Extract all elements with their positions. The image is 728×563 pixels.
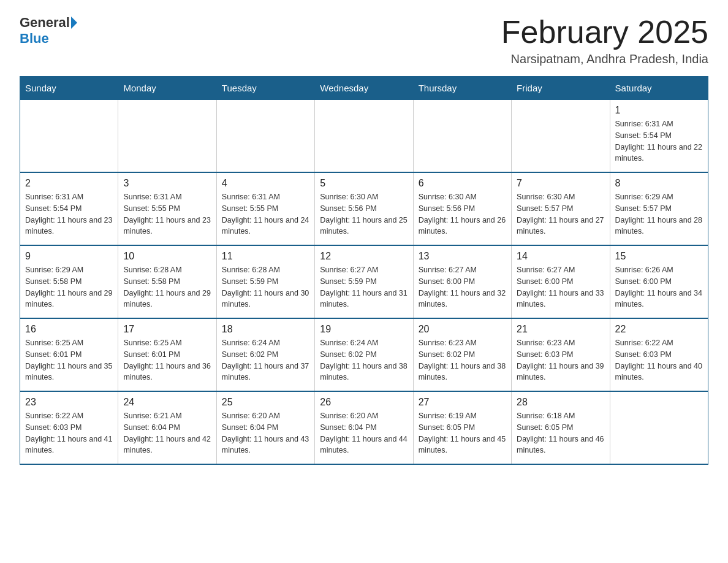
calendar-cell: 4Sunrise: 6:31 AMSunset: 5:55 PMDaylight…	[216, 172, 314, 245]
day-number: 8	[615, 178, 703, 189]
location-subtitle: Narsipatnam, Andhra Pradesh, India	[501, 52, 708, 66]
day-number: 4	[222, 178, 309, 189]
calendar-week-3: 16Sunrise: 6:25 AMSunset: 6:01 PMDayligh…	[20, 318, 708, 391]
calendar-cell	[315, 100, 413, 173]
day-number: 27	[419, 397, 506, 408]
calendar-cell: 2Sunrise: 6:31 AMSunset: 5:54 PMDaylight…	[20, 172, 118, 245]
month-title: February 2025	[501, 15, 708, 50]
day-header-sunday: Sunday	[20, 77, 118, 100]
day-info: Sunrise: 6:24 AMSunset: 6:02 PMDaylight:…	[320, 337, 408, 383]
day-number: 21	[517, 324, 604, 335]
calendar-cell: 15Sunrise: 6:26 AMSunset: 6:00 PMDayligh…	[610, 245, 708, 318]
day-number: 14	[517, 251, 604, 262]
day-info: Sunrise: 6:24 AMSunset: 6:02 PMDaylight:…	[222, 337, 309, 383]
day-info: Sunrise: 6:28 AMSunset: 5:58 PMDaylight:…	[123, 264, 211, 310]
calendar-week-1: 2Sunrise: 6:31 AMSunset: 5:54 PMDaylight…	[20, 172, 708, 245]
day-number: 18	[222, 324, 309, 335]
day-number: 7	[517, 178, 604, 189]
calendar-cell: 20Sunrise: 6:23 AMSunset: 6:02 PMDayligh…	[413, 318, 511, 391]
calendar-cell: 7Sunrise: 6:30 AMSunset: 5:57 PMDaylight…	[512, 172, 610, 245]
day-info: Sunrise: 6:20 AMSunset: 6:04 PMDaylight:…	[222, 410, 309, 456]
day-info: Sunrise: 6:31 AMSunset: 5:55 PMDaylight:…	[123, 191, 211, 237]
day-header-saturday: Saturday	[610, 77, 708, 100]
calendar-cell: 21Sunrise: 6:23 AMSunset: 6:03 PMDayligh…	[512, 318, 610, 391]
day-info: Sunrise: 6:25 AMSunset: 6:01 PMDaylight:…	[123, 337, 211, 383]
day-number: 11	[222, 251, 309, 262]
day-info: Sunrise: 6:31 AMSunset: 5:54 PMDaylight:…	[25, 191, 113, 237]
day-number: 5	[320, 178, 408, 189]
day-number: 19	[320, 324, 408, 335]
calendar-cell: 28Sunrise: 6:18 AMSunset: 6:05 PMDayligh…	[512, 391, 610, 464]
calendar-cell: 19Sunrise: 6:24 AMSunset: 6:02 PMDayligh…	[315, 318, 413, 391]
day-number: 25	[222, 397, 309, 408]
day-header-row: SundayMondayTuesdayWednesdayThursdayFrid…	[20, 77, 708, 100]
day-number: 17	[123, 324, 211, 335]
calendar-cell: 3Sunrise: 6:31 AMSunset: 5:55 PMDaylight…	[118, 172, 216, 245]
calendar-table: SundayMondayTuesdayWednesdayThursdayFrid…	[20, 76, 708, 465]
title-block: February 2025 Narsipatnam, Andhra Prades…	[501, 15, 708, 66]
calendar-cell: 16Sunrise: 6:25 AMSunset: 6:01 PMDayligh…	[20, 318, 118, 391]
day-info: Sunrise: 6:30 AMSunset: 5:56 PMDaylight:…	[419, 191, 506, 237]
calendar-cell: 23Sunrise: 6:22 AMSunset: 6:03 PMDayligh…	[20, 391, 118, 464]
calendar-cell	[20, 100, 118, 173]
calendar-cell	[413, 100, 511, 173]
day-info: Sunrise: 6:20 AMSunset: 6:04 PMDaylight:…	[320, 410, 408, 456]
calendar-cell: 8Sunrise: 6:29 AMSunset: 5:57 PMDaylight…	[610, 172, 708, 245]
logo-arrow-icon	[71, 17, 77, 29]
day-header-monday: Monday	[118, 77, 216, 100]
day-info: Sunrise: 6:22 AMSunset: 6:03 PMDaylight:…	[615, 337, 703, 383]
logo-general-word: General	[20, 15, 70, 31]
calendar-header: SundayMondayTuesdayWednesdayThursdayFrid…	[20, 77, 708, 100]
day-header-friday: Friday	[512, 77, 610, 100]
day-info: Sunrise: 6:28 AMSunset: 5:59 PMDaylight:…	[222, 264, 309, 310]
calendar-week-4: 23Sunrise: 6:22 AMSunset: 6:03 PMDayligh…	[20, 391, 708, 464]
calendar-cell: 9Sunrise: 6:29 AMSunset: 5:58 PMDaylight…	[20, 245, 118, 318]
calendar-cell: 22Sunrise: 6:22 AMSunset: 6:03 PMDayligh…	[610, 318, 708, 391]
day-info: Sunrise: 6:26 AMSunset: 6:00 PMDaylight:…	[615, 264, 703, 310]
calendar-cell: 12Sunrise: 6:27 AMSunset: 5:59 PMDayligh…	[315, 245, 413, 318]
day-number: 13	[419, 251, 506, 262]
day-number: 2	[25, 178, 113, 189]
day-number: 23	[25, 397, 113, 408]
day-number: 26	[320, 397, 408, 408]
day-info: Sunrise: 6:23 AMSunset: 6:02 PMDaylight:…	[419, 337, 506, 383]
day-info: Sunrise: 6:27 AMSunset: 6:00 PMDaylight:…	[419, 264, 506, 310]
day-header-thursday: Thursday	[413, 77, 511, 100]
day-header-tuesday: Tuesday	[216, 77, 314, 100]
page-header: General Blue February 2025 Narsipatnam, …	[20, 15, 708, 66]
day-number: 1	[615, 105, 703, 116]
day-info: Sunrise: 6:18 AMSunset: 6:05 PMDaylight:…	[517, 410, 604, 456]
calendar-cell	[610, 391, 708, 464]
day-number: 24	[123, 397, 211, 408]
day-info: Sunrise: 6:29 AMSunset: 5:57 PMDaylight:…	[615, 191, 703, 237]
calendar-cell: 13Sunrise: 6:27 AMSunset: 6:00 PMDayligh…	[413, 245, 511, 318]
calendar-cell: 11Sunrise: 6:28 AMSunset: 5:59 PMDayligh…	[216, 245, 314, 318]
day-info: Sunrise: 6:21 AMSunset: 6:04 PMDaylight:…	[123, 410, 211, 456]
day-info: Sunrise: 6:29 AMSunset: 5:58 PMDaylight:…	[25, 264, 113, 310]
day-number: 12	[320, 251, 408, 262]
calendar-cell: 10Sunrise: 6:28 AMSunset: 5:58 PMDayligh…	[118, 245, 216, 318]
day-number: 10	[123, 251, 211, 262]
calendar-cell: 27Sunrise: 6:19 AMSunset: 6:05 PMDayligh…	[413, 391, 511, 464]
day-info: Sunrise: 6:22 AMSunset: 6:03 PMDaylight:…	[25, 410, 113, 456]
calendar-cell: 26Sunrise: 6:20 AMSunset: 6:04 PMDayligh…	[315, 391, 413, 464]
day-header-wednesday: Wednesday	[315, 77, 413, 100]
calendar-cell: 18Sunrise: 6:24 AMSunset: 6:02 PMDayligh…	[216, 318, 314, 391]
day-number: 22	[615, 324, 703, 335]
calendar-cell	[216, 100, 314, 173]
day-info: Sunrise: 6:30 AMSunset: 5:57 PMDaylight:…	[517, 191, 604, 237]
day-info: Sunrise: 6:23 AMSunset: 6:03 PMDaylight:…	[517, 337, 604, 383]
day-number: 15	[615, 251, 703, 262]
calendar-cell: 24Sunrise: 6:21 AMSunset: 6:04 PMDayligh…	[118, 391, 216, 464]
day-info: Sunrise: 6:27 AMSunset: 6:00 PMDaylight:…	[517, 264, 604, 310]
day-info: Sunrise: 6:27 AMSunset: 5:59 PMDaylight:…	[320, 264, 408, 310]
day-number: 20	[419, 324, 506, 335]
calendar-cell: 25Sunrise: 6:20 AMSunset: 6:04 PMDayligh…	[216, 391, 314, 464]
logo: General Blue	[20, 15, 77, 47]
day-info: Sunrise: 6:31 AMSunset: 5:55 PMDaylight:…	[222, 191, 309, 237]
calendar-cell	[512, 100, 610, 173]
day-info: Sunrise: 6:30 AMSunset: 5:56 PMDaylight:…	[320, 191, 408, 237]
day-info: Sunrise: 6:25 AMSunset: 6:01 PMDaylight:…	[25, 337, 113, 383]
day-number: 6	[419, 178, 506, 189]
logo-general-text: General	[20, 15, 77, 31]
